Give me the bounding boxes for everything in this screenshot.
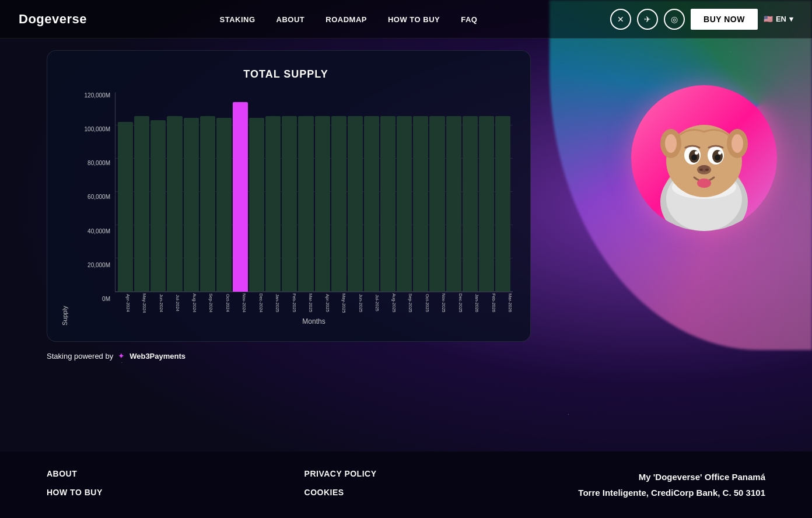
nav-about[interactable]: ABOUT (276, 15, 305, 24)
bar-Aug-2024 (184, 118, 199, 291)
web3payments-logo-icon: ✦ (118, 351, 125, 360)
bar-Nov-2024 (233, 102, 248, 292)
nav-right: ✕ ✈ ◎ BUY NOW 🇺🇸 EN ▾ (610, 9, 793, 30)
nav-how-to-buy[interactable]: HOW TO BUY (388, 15, 440, 24)
buy-now-button[interactable]: BUY NOW (691, 9, 758, 30)
x-label-Jul-2024: Jul-2024 (165, 293, 181, 313)
footer-content: ABOUT HOW TO BUY PRIVACY POLICY COOKIES … (47, 469, 765, 501)
footer-privacy-link[interactable]: PRIVACY POLICY (304, 469, 377, 478)
bar-May-2025 (331, 116, 346, 292)
footer-col-1: ABOUT HOW TO BUY (47, 469, 103, 497)
x-label-Jul-2025: Jul-2025 (365, 293, 380, 313)
x-axis: Apr-2024May-2024Jun-2024Jul-2024Aug-2024… (115, 293, 513, 313)
y-label: 60,000M (88, 194, 110, 200)
x-label-Dec-2024: Dec-2024 (248, 293, 264, 313)
powered-by: Staking powered by ✦ Web3Payments (0, 342, 812, 370)
bar-Jan-2025 (265, 116, 281, 292)
bar-Mar-2026 (495, 116, 510, 292)
footer-how-to-buy-link[interactable]: HOW TO BUY (47, 488, 103, 497)
x-social-button[interactable]: ✕ (610, 9, 631, 30)
footer: ABOUT HOW TO BUY PRIVACY POLICY COOKIES … (0, 452, 812, 518)
bar-Jan-2026 (463, 116, 478, 292)
x-label-Oct-2024: Oct-2024 (215, 293, 230, 313)
doge-svg (631, 85, 777, 231)
svg-point-14 (718, 151, 722, 155)
nav-staking[interactable]: STAKING (220, 15, 256, 24)
bar-Mar-2025 (298, 116, 313, 292)
x-label-Sep-2025: Sep-2025 (398, 293, 414, 313)
x-label-Mar-2025: Mar-2025 (298, 293, 314, 313)
footer-about-link[interactable]: ABOUT (47, 469, 103, 478)
x-label-May-2024: May-2024 (132, 293, 148, 313)
x-label-Nov-2025: Nov-2025 (431, 293, 447, 313)
bar-Aug-2025 (380, 116, 396, 292)
svg-point-19 (699, 169, 703, 171)
svg-point-15 (691, 155, 697, 160)
chart-inner: Apr-2024May-2024Jun-2024Jul-2024Aug-2024… (115, 92, 513, 326)
bar-Jun-2025 (348, 116, 363, 292)
y-axis-labels: 120,000M100,000M80,000M60,000M40,000M20,… (68, 92, 115, 326)
discord-social-button[interactable]: ◎ (664, 9, 685, 30)
telegram-icon: ✈ (644, 15, 651, 24)
chart-title: TOTAL SUPPLY (59, 68, 513, 80)
x-label-Nov-2024: Nov-2024 (232, 293, 247, 313)
bar-Oct-2024 (216, 118, 232, 291)
bar-Feb-2026 (479, 116, 494, 292)
svg-point-13 (695, 151, 698, 155)
x-label-May-2025: May-2025 (331, 293, 347, 313)
svg-point-7 (665, 134, 677, 153)
powered-by-label: Staking powered by (47, 352, 113, 360)
x-label-Jan-2025: Jan-2025 (265, 293, 281, 313)
x-label-Sep-2024: Sep-2024 (198, 293, 214, 313)
x-icon: ✕ (617, 15, 624, 24)
y-label: 80,000M (88, 160, 110, 166)
logo: Dogeverse (19, 12, 87, 27)
x-label-Jun-2025: Jun-2025 (348, 293, 363, 313)
x-label-Jan-2026: Jan-2026 (464, 293, 480, 313)
bars-area (115, 92, 513, 292)
x-label-Jun-2024: Jun-2024 (148, 293, 164, 313)
bar-Feb-2025 (282, 116, 297, 292)
nav-links: STAKING ABOUT ROADMAP HOW TO BUY FAQ (220, 14, 478, 24)
bar-Dec-2025 (446, 116, 461, 292)
bar-Oct-2025 (413, 116, 428, 292)
y-label: 100,000M (85, 126, 110, 132)
x-label-Apr-2025: Apr-2025 (314, 293, 330, 313)
footer-cookies-link[interactable]: COOKIES (304, 488, 377, 497)
x-label-Mar-2026: Mar-2026 (498, 293, 513, 313)
y-axis-title: Supply (59, 92, 68, 326)
footer-address: My 'Dogeverse' Office Panamá Torre Intel… (578, 469, 765, 501)
bar-Jun-2024 (150, 120, 166, 292)
bar-May-2024 (134, 116, 149, 292)
y-label: 40,000M (88, 228, 110, 235)
nav-faq[interactable]: FAQ (461, 15, 477, 24)
discord-icon: ◎ (671, 15, 678, 24)
bar-Apr-2025 (315, 116, 330, 292)
x-label-Apr-2024: Apr-2024 (115, 293, 131, 313)
svg-point-18 (699, 165, 709, 172)
chart-area: Supply 120,000M100,000M80,000M60,000M40,… (59, 92, 513, 326)
powered-by-brand: Web3Payments (130, 352, 186, 360)
language-selector[interactable]: 🇺🇸 EN ▾ (764, 15, 793, 23)
telegram-social-button[interactable]: ✈ (637, 9, 658, 30)
x-label-Dec-2025: Dec-2025 (447, 293, 463, 313)
footer-address-line1: My 'Dogeverse' Office Panamá (578, 469, 765, 485)
x-label-Feb-2025: Feb-2025 (281, 293, 297, 313)
svg-point-8 (732, 134, 743, 153)
y-label: 0M (102, 296, 110, 302)
bar-Sep-2024 (200, 116, 215, 292)
x-label-Oct-2025: Oct-2025 (414, 293, 430, 313)
svg-point-20 (705, 169, 709, 171)
x-axis-title: Months (115, 317, 513, 326)
bar-Jul-2024 (167, 116, 182, 292)
bar-Jul-2025 (364, 116, 379, 292)
y-label: 20,000M (88, 262, 110, 268)
nav-roadmap[interactable]: ROADMAP (326, 15, 367, 24)
flag-icon: 🇺🇸 (764, 15, 773, 23)
x-label-Aug-2024: Aug-2024 (181, 293, 197, 313)
chart-container: TOTAL SUPPLY Supply 120,000M100,000M80,0… (47, 50, 531, 342)
navbar: Dogeverse STAKING ABOUT ROADMAP HOW TO B… (0, 0, 812, 38)
y-label: 120,000M (85, 92, 110, 99)
chevron-down-icon: ▾ (789, 15, 793, 23)
bar-Sep-2025 (397, 116, 412, 292)
